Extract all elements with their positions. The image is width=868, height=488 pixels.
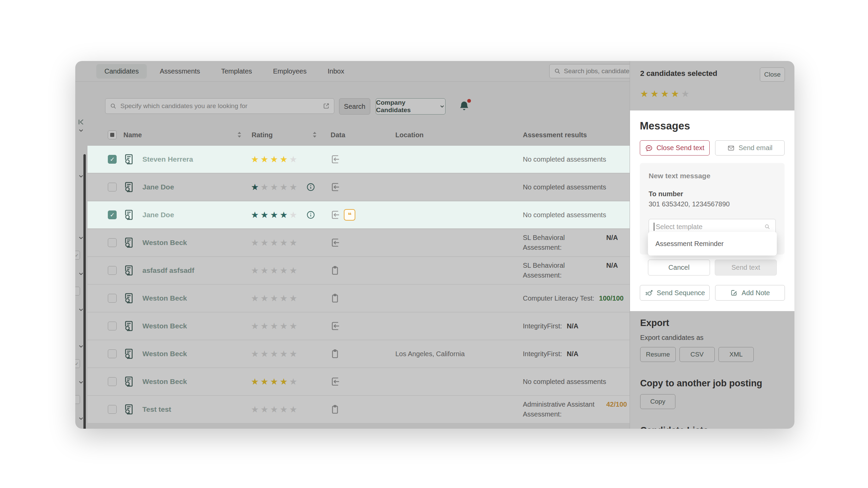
rating-stars[interactable]: ★★★★★ [251, 349, 297, 358]
candidate-name[interactable]: Jane Doe [142, 211, 174, 219]
star-empty-icon[interactable]: ★ [280, 238, 288, 247]
star-filled-icon[interactable]: ★ [660, 89, 669, 99]
star-empty-icon[interactable]: ★ [289, 322, 297, 330]
tab-templates[interactable]: Templates [213, 64, 260, 79]
candidate-name[interactable]: Jane Doe [142, 183, 174, 191]
rating-stars[interactable]: ★★★★★ [251, 266, 297, 275]
star-empty-icon[interactable]: ★ [251, 238, 259, 247]
star-empty-icon[interactable]: ★ [289, 238, 297, 247]
star-filled-icon[interactable]: ★ [280, 155, 288, 164]
star-empty-icon[interactable]: ★ [289, 294, 297, 303]
star-filled-icon[interactable]: ★ [251, 377, 259, 386]
chevron-down-icon[interactable] [78, 343, 84, 350]
rating-stars[interactable]: ★★★★★ [251, 183, 297, 191]
table-row[interactable]: asfasdf asfsadf★★★★★SL Behavioral Assess… [87, 257, 630, 284]
sidebar-scrollbar[interactable] [83, 154, 86, 429]
scope-dropdown[interactable]: Company Candidates [376, 98, 446, 115]
chevron-down-icon[interactable] [78, 127, 84, 134]
star-empty-icon[interactable]: ★ [280, 349, 288, 358]
sidebar-checkbox[interactable]: ✓ [75, 359, 80, 368]
star-empty-icon[interactable]: ★ [270, 349, 278, 358]
star-empty-icon[interactable]: ★ [289, 210, 297, 219]
row-checkbox[interactable] [108, 238, 117, 247]
column-header-name[interactable]: Name [123, 131, 142, 139]
tab-inbox[interactable]: Inbox [319, 64, 352, 79]
resume-preview-icon[interactable] [123, 264, 135, 277]
star-filled-icon[interactable]: ★ [650, 89, 658, 99]
rating-stars[interactable]: ★★★★★ [251, 238, 297, 247]
export-xml-button[interactable]: XML [718, 347, 754, 362]
collapse-panel-icon[interactable] [77, 118, 85, 126]
star-empty-icon[interactable]: ★ [289, 155, 297, 164]
candidate-name[interactable]: Weston Beck [142, 239, 187, 247]
resume-preview-icon[interactable] [123, 375, 135, 388]
table-row[interactable]: Weston Beck★★★★★Los Angeles, CaliforniaI… [87, 340, 630, 367]
star-empty-icon[interactable]: ★ [270, 266, 278, 275]
star-filled-icon[interactable]: ★ [251, 210, 259, 219]
star-filled-icon[interactable]: ★ [270, 377, 278, 386]
copy-button[interactable]: Copy [640, 394, 675, 409]
resume-preview-icon[interactable] [123, 292, 135, 304]
star-filled-icon[interactable]: ★ [251, 183, 259, 191]
star-empty-icon[interactable]: ★ [280, 322, 288, 330]
star-empty-icon[interactable]: ★ [260, 266, 268, 275]
send-email-button[interactable]: Send email [715, 140, 785, 156]
star-empty-icon[interactable]: ★ [251, 405, 259, 414]
star-filled-icon[interactable]: ★ [671, 89, 679, 99]
star-empty-icon[interactable]: ★ [260, 238, 268, 247]
candidate-name[interactable]: Test test [142, 405, 171, 413]
resume-preview-icon[interactable] [123, 181, 135, 193]
resume-preview-icon[interactable] [123, 320, 135, 332]
sort-icon-name[interactable] [237, 131, 242, 139]
star-empty-icon[interactable]: ★ [260, 322, 268, 330]
table-row[interactable]: ✓Steven Herrera★★★★★No completed assessm… [87, 146, 630, 173]
candidate-name[interactable]: Weston Beck [142, 322, 187, 330]
candidate-name[interactable]: asfasdf asfsadf [142, 266, 194, 274]
candidate-name[interactable]: Weston Beck [142, 378, 187, 386]
select-all-checkbox[interactable] [108, 130, 117, 139]
rating-stars[interactable]: ★★★★★ [251, 294, 297, 303]
resume-preview-icon[interactable] [123, 403, 135, 415]
chevron-down-icon[interactable] [78, 306, 84, 313]
star-empty-icon[interactable]: ★ [251, 266, 259, 275]
chevron-down-icon[interactable] [78, 235, 84, 241]
table-row[interactable]: Test test★★★★★Administrative Assistant A… [87, 396, 630, 423]
table-row[interactable]: Weston Beck★★★★★No completed assessments [87, 368, 630, 395]
bulk-rating-stars[interactable]: ★★★★★ [640, 89, 784, 99]
star-empty-icon[interactable]: ★ [270, 238, 278, 247]
star-filled-icon[interactable]: ★ [260, 155, 268, 164]
import-data-icon[interactable] [330, 154, 340, 165]
column-header-rating[interactable]: Rating [252, 131, 273, 139]
clipboard-icon[interactable] [330, 348, 340, 359]
notifications-bell-icon[interactable] [458, 100, 471, 113]
star-filled-icon[interactable]: ★ [251, 155, 259, 164]
tab-employees[interactable]: Employees [265, 64, 315, 79]
candidate-name[interactable]: Steven Herrera [142, 155, 193, 163]
resume-preview-icon[interactable] [123, 153, 135, 165]
table-row[interactable]: Weston Beck★★★★★IntegrityFirst:N/A [87, 312, 630, 340]
star-empty-icon[interactable]: ★ [260, 349, 268, 358]
rating-stars[interactable]: ★★★★★ [251, 405, 297, 414]
star-empty-icon[interactable]: ★ [289, 405, 297, 414]
send-text-button[interactable]: Send text [715, 260, 777, 276]
candidate-name[interactable]: Weston Beck [142, 350, 187, 358]
table-row[interactable]: ✓Jane Doe★★★★★❝No completed assessments [87, 201, 630, 228]
star-empty-icon[interactable]: ★ [280, 294, 288, 303]
rating-stars[interactable]: ★★★★★ [251, 322, 297, 330]
star-filled-icon[interactable]: ★ [280, 210, 288, 219]
star-empty-icon[interactable]: ★ [280, 405, 288, 414]
chevron-down-icon[interactable] [78, 173, 84, 180]
import-data-icon[interactable] [330, 321, 340, 331]
resume-preview-icon[interactable] [123, 237, 135, 249]
chevron-down-icon[interactable] [78, 379, 84, 386]
star-filled-icon[interactable]: ★ [270, 155, 278, 164]
resume-preview-icon[interactable] [123, 209, 135, 221]
export-csv-button[interactable]: CSV [679, 347, 715, 362]
star-empty-icon[interactable]: ★ [289, 266, 297, 275]
close-send-text-button[interactable]: Close Send text [640, 140, 710, 156]
row-checkbox[interactable] [108, 349, 117, 358]
row-checkbox[interactable] [108, 294, 117, 303]
clipboard-icon[interactable] [330, 293, 340, 304]
expand-search-icon[interactable] [322, 102, 330, 110]
candidate-name[interactable]: Weston Beck [142, 294, 187, 302]
